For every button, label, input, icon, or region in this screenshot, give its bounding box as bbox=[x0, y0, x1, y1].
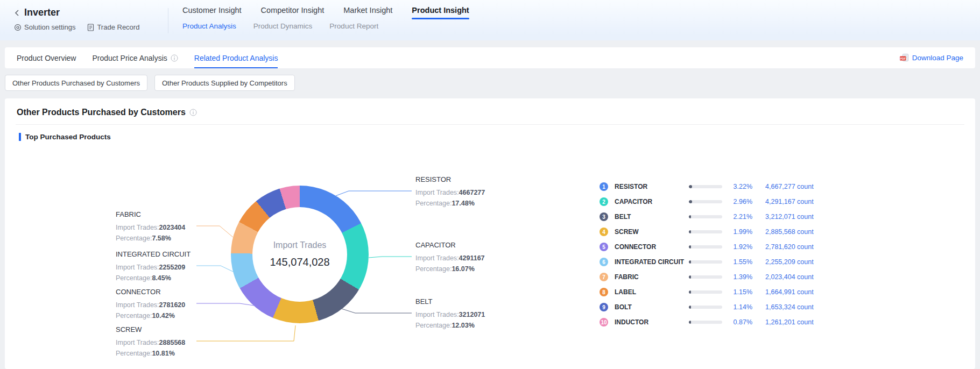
analysis-tab-bar: Product Overview Product Price Analysis … bbox=[17, 47, 278, 68]
trade-record-label: Trade Record bbox=[97, 23, 139, 31]
product-name: INDUCTOR bbox=[615, 318, 689, 326]
app-header: Inverter Solution settings Trade Record … bbox=[0, 0, 980, 40]
progress-bar bbox=[689, 215, 722, 218]
legend-row-integrated-circuit: 6 INTEGRATED CIRCUIT 1.55% 2,255,209 cou… bbox=[600, 254, 838, 269]
callout-value: 2023404 bbox=[159, 224, 186, 231]
back-button[interactable] bbox=[14, 9, 19, 17]
download-page-button[interactable]: PDF Download Page bbox=[900, 54, 963, 62]
callout-key: Import Trades: bbox=[116, 301, 159, 309]
tab-product-price-analysis-label: Product Price Analysis bbox=[92, 54, 167, 62]
rank-badge: 9 bbox=[600, 303, 608, 311]
trade-count: 4,291,167 count bbox=[765, 198, 838, 205]
callout-value: 16.07% bbox=[452, 265, 474, 273]
callout-name: CAPACITOR bbox=[415, 241, 528, 251]
rank-badge: 5 bbox=[600, 243, 608, 251]
progress-bar bbox=[689, 290, 722, 294]
callout-value: 8.45% bbox=[152, 274, 171, 282]
header-divider bbox=[168, 8, 168, 33]
legend-row-screw: 4 SCREW 1.99% 2,885,568 count bbox=[600, 224, 838, 239]
donut-chart[interactable]: Import Trades 145,074,028 bbox=[231, 186, 369, 323]
product-name: BELT bbox=[615, 213, 689, 221]
share-percent: 1.15% bbox=[722, 288, 752, 296]
section-title: Other Products Purchased by Customers bbox=[17, 108, 186, 117]
progress-bar bbox=[689, 260, 722, 264]
callout-line-belt bbox=[342, 309, 412, 313]
chevron-left-icon bbox=[14, 9, 19, 17]
content-card: Other Products Purchased by Customers To… bbox=[5, 98, 975, 369]
callout-fabric: FABRIC Import Trades:2023404 Percentage:… bbox=[116, 210, 229, 244]
progress-fill bbox=[689, 185, 692, 188]
filter-supplied-by-competitors-button[interactable]: Other Products Supplied by Competitors bbox=[154, 75, 295, 91]
callout-belt: BELT Import Trades:3212071 Percentage:12… bbox=[415, 297, 528, 331]
rank-badge: 4 bbox=[600, 228, 608, 236]
legend-row-connector: 5 CONNECTOR 1.92% 2,781,620 count bbox=[600, 239, 838, 254]
tab-related-product-analysis[interactable]: Related Product Analysis bbox=[194, 47, 278, 68]
callout-integrated-circuit: INTEGRATED CIRCUIT Import Trades:2255209… bbox=[116, 250, 229, 283]
trade-count: 4,667,277 count bbox=[765, 183, 838, 190]
callout-key: Import Trades: bbox=[415, 311, 459, 318]
rank-badge: 2 bbox=[600, 197, 608, 206]
settings-icon bbox=[14, 24, 22, 31]
callout-name: FABRIC bbox=[116, 210, 229, 220]
tab-product-insight[interactable]: Product Insight bbox=[412, 6, 469, 19]
trade-count: 2,781,620 count bbox=[765, 243, 838, 251]
tab-product-price-analysis[interactable]: Product Price Analysis bbox=[92, 47, 178, 68]
tab-customer-insight[interactable]: Customer Insight bbox=[182, 6, 242, 19]
header-tabs: Customer Insight Competitor Insight Mark… bbox=[182, 0, 469, 40]
callout-name: BELT bbox=[415, 297, 528, 307]
product-name: LABEL bbox=[615, 288, 689, 296]
callout-value: 10.81% bbox=[152, 350, 174, 357]
filter-purchased-by-customers-button[interactable]: Other Products Purchased by Customers bbox=[5, 75, 147, 91]
tab-competitor-insight[interactable]: Competitor Insight bbox=[261, 6, 325, 19]
callout-key: Import Trades: bbox=[116, 224, 159, 231]
trade-count: 2,023,404 count bbox=[765, 273, 838, 281]
tab-product-analysis[interactable]: Product Analysis bbox=[182, 22, 236, 30]
rank-badge: 1 bbox=[600, 182, 608, 191]
product-name: CAPACITOR bbox=[615, 198, 689, 205]
callout-value: 4667277 bbox=[459, 189, 485, 196]
product-name: FABRIC bbox=[615, 273, 689, 281]
share-percent: 1.55% bbox=[722, 258, 752, 266]
donut-center: Import Trades 145,074,028 bbox=[252, 207, 347, 302]
progress-fill bbox=[689, 275, 691, 279]
callout-connector: CONNECTOR Import Trades:2781620 Percenta… bbox=[116, 288, 229, 321]
progress-bar bbox=[689, 245, 722, 249]
callout-name: CONNECTOR bbox=[116, 288, 229, 297]
tab-product-dynamics[interactable]: Product Dynamics bbox=[253, 22, 313, 30]
callout-value: 4291167 bbox=[459, 254, 485, 262]
callout-key: Import Trades: bbox=[415, 189, 459, 196]
callout-key: Percentage: bbox=[116, 350, 152, 357]
callout-value: 3212071 bbox=[459, 311, 485, 318]
rank-badge: 3 bbox=[600, 212, 608, 221]
progress-bar bbox=[689, 275, 722, 279]
trade-count: 2,255,209 count bbox=[765, 258, 838, 266]
divider bbox=[16, 124, 964, 125]
tab-product-overview[interactable]: Product Overview bbox=[17, 47, 76, 68]
info-icon[interactable] bbox=[189, 109, 197, 116]
callout-value: 7.58% bbox=[152, 235, 171, 242]
tab-product-report[interactable]: Product Report bbox=[329, 22, 378, 30]
callout-name: INTEGRATED CIRCUIT bbox=[116, 250, 229, 260]
legend-row-capacitor: 2 CAPACITOR 2.96% 4,291,167 count bbox=[600, 194, 838, 209]
info-icon[interactable] bbox=[171, 54, 178, 62]
sub-tab-bar: Product Analysis Product Dynamics Produc… bbox=[182, 22, 469, 30]
progress-fill bbox=[689, 321, 691, 324]
svg-text:PDF: PDF bbox=[900, 57, 905, 60]
accent-bar bbox=[19, 133, 21, 141]
rank-badge: 7 bbox=[600, 273, 608, 281]
analysis-toolbar: Product Overview Product Price Analysis … bbox=[5, 47, 975, 68]
callout-value: 2885568 bbox=[159, 339, 186, 346]
callout-key: Import Trades: bbox=[116, 339, 159, 346]
legend-row-resistor: 1 RESISTOR 3.22% 4,667,277 count bbox=[600, 179, 838, 194]
trade-count: 3,212,071 count bbox=[765, 213, 838, 221]
solution-settings-button[interactable]: Solution settings bbox=[14, 23, 75, 31]
page-title: Inverter bbox=[24, 7, 60, 18]
legend-row-bolt: 9 BOLT 1.14% 1,653,324 count bbox=[600, 300, 838, 315]
share-percent: 2.21% bbox=[722, 213, 752, 221]
product-name: SCREW bbox=[615, 228, 689, 236]
progress-fill bbox=[689, 245, 691, 249]
progress-bar bbox=[689, 230, 722, 233]
tab-market-insight[interactable]: Market Insight bbox=[343, 6, 392, 19]
callout-value: 12.03% bbox=[452, 322, 474, 329]
trade-record-button[interactable]: Trade Record bbox=[87, 23, 139, 31]
